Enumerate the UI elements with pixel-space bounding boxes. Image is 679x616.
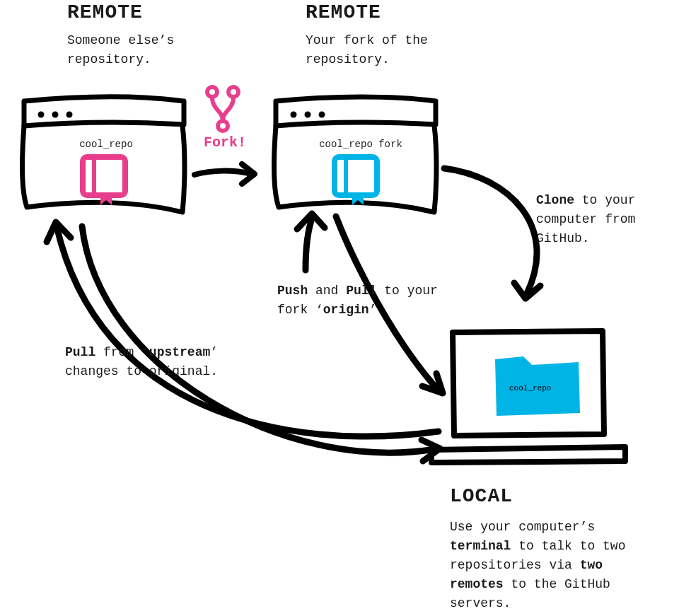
svg-point-2 xyxy=(66,112,73,118)
pp-and: and xyxy=(308,284,346,298)
local-folder-label: cool_repo xyxy=(509,384,551,393)
upstream-remote-title: REMOTE xyxy=(67,1,143,23)
svg-point-10 xyxy=(207,87,217,97)
svg-rect-16 xyxy=(335,157,377,195)
svg-point-14 xyxy=(305,112,311,118)
upstream-bold: upstream xyxy=(149,345,210,359)
ld-terminal: terminal xyxy=(450,539,511,553)
svg-point-1 xyxy=(52,112,59,118)
svg-point-11 xyxy=(228,87,238,97)
pushpull-text: Push and Pull to your fork ‘origin’. xyxy=(277,281,461,320)
upstream-repo-label: cool_repo xyxy=(57,139,156,150)
svg-point-13 xyxy=(291,112,297,118)
clone-text: Clone to your computer from GitHub. xyxy=(536,191,671,248)
origin-bold: origin xyxy=(323,303,369,317)
fork-icon xyxy=(207,87,238,131)
pull-bold: Pull xyxy=(346,284,376,298)
svg-point-12 xyxy=(218,121,228,131)
origin-repo-label: cool_repo fork xyxy=(308,139,414,150)
arrow-upstream-up xyxy=(47,222,439,436)
pull-upstream-bold: Pull xyxy=(65,345,95,359)
origin-remote-desc: Your fork of the repository. xyxy=(306,31,468,69)
fork-label: Fork! xyxy=(204,134,246,151)
pu-from: from ‘ xyxy=(95,345,149,359)
book-icon xyxy=(335,157,377,205)
pp-end: ’. xyxy=(369,303,385,317)
svg-point-15 xyxy=(319,112,325,118)
upstream-remote-desc: Someone else’s repository. xyxy=(67,31,230,69)
upstream-browser-window xyxy=(22,97,185,212)
laptop-icon xyxy=(431,331,625,463)
local-title: LOCAL xyxy=(450,485,513,507)
diagram-root: { "upstream_remote": { "title": "REMOTE"… xyxy=(0,0,679,616)
origin-browser-window xyxy=(274,97,436,212)
arrow-fork xyxy=(195,164,255,184)
pull-upstream-text: Pull from ‘upstream’ changes to original… xyxy=(65,343,263,381)
svg-rect-3 xyxy=(83,157,125,195)
local-desc: Use your computer’s terminal to talk to … xyxy=(450,518,662,613)
arrow-clone xyxy=(444,168,540,298)
book-icon xyxy=(83,157,125,205)
ld-1: Use your computer’s xyxy=(450,520,595,534)
svg-point-0 xyxy=(38,112,45,118)
push-bold: Push xyxy=(277,284,308,298)
origin-remote-title: REMOTE xyxy=(306,1,381,23)
clone-bold: Clone xyxy=(536,193,574,207)
arrow-push xyxy=(297,214,325,270)
